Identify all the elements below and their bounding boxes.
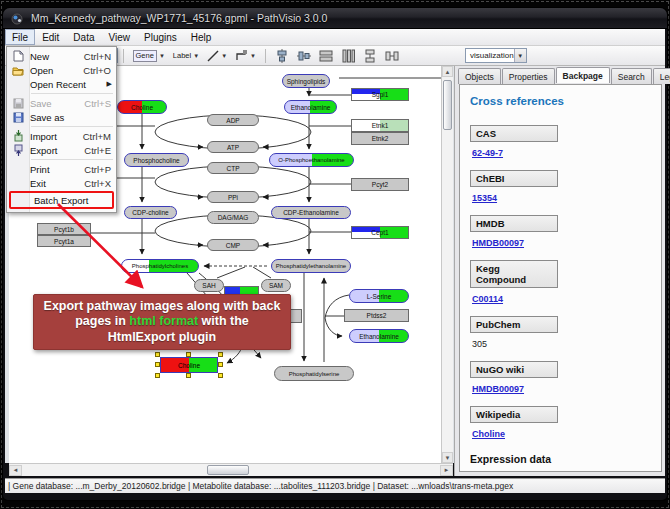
node-adp[interactable]: ADP <box>207 114 259 126</box>
selection-handle[interactable] <box>155 352 160 357</box>
node-ctp[interactable]: CTP <box>207 162 259 174</box>
canvas-vertical-scrollbar[interactable]: ▲ ▼ <box>441 66 453 463</box>
node-ethanolamine-2[interactable]: Ethanolamine <box>349 329 409 343</box>
xref-link[interactable]: Choline <box>472 429 505 439</box>
node-l-serine[interactable]: L-Serine <box>349 289 409 303</box>
menu-item-print[interactable]: Print Ctrl+P <box>7 162 116 176</box>
menu-item-exit[interactable]: Exit Ctrl+X <box>7 176 116 190</box>
node-phosphocholine[interactable]: Phosphocholine <box>124 153 189 167</box>
tab-properties[interactable]: Properties <box>502 68 555 84</box>
connector-tool[interactable]: ▼ <box>232 48 259 64</box>
selection-handle[interactable] <box>218 352 223 357</box>
tab-objects[interactable]: Objects <box>458 68 501 84</box>
chevron-down-icon[interactable]: ▼ <box>514 49 526 62</box>
side-panel-tabs: Objects Properties Backpage Search Legen… <box>458 68 670 84</box>
status-text: | Gene database: ...m_Derby_20120602.bri… <box>8 481 513 491</box>
node-cdp-ethanolamine[interactable]: CDP-Ethanolamine <box>271 206 351 219</box>
selection-handle[interactable] <box>155 362 160 367</box>
menu-item-save[interactable]: Save Ctrl+S <box>7 96 116 110</box>
menu-item-save-as[interactable]: Save as <box>7 110 116 124</box>
menu-item-export[interactable]: Export Ctrl+E <box>7 143 116 157</box>
menu-file[interactable]: File <box>5 29 35 45</box>
align-center-x-button[interactable] <box>272 48 292 64</box>
tab-backpage[interactable]: Backpage <box>556 67 610 83</box>
align-center-y-button[interactable] <box>294 48 314 64</box>
title-bar[interactable]: Mm_Kennedy_pathway_WP1771_45176.gpml - P… <box>3 8 667 29</box>
node-choline[interactable]: Choline <box>117 100 167 114</box>
scroll-up-icon[interactable]: ▲ <box>442 66 453 77</box>
node-cmp[interactable]: CMP <box>207 239 259 251</box>
node-choline-selected[interactable]: Choline <box>157 354 221 376</box>
screenshot: Mm_Kennedy_pathway_WP1771_45176.gpml - P… <box>0 0 670 509</box>
selection-handle[interactable] <box>218 362 223 367</box>
node-sam[interactable]: SAM <box>261 279 291 292</box>
node-phosphatidylethanolamine[interactable]: Phosphatidylethanolamine <box>271 259 351 273</box>
node-cept1[interactable]: Cept1 <box>351 226 409 239</box>
stack-horizontal-button[interactable] <box>382 48 402 64</box>
node-phosphatidylserine[interactable]: Phosphatidylserine <box>274 366 354 381</box>
node-pcyt1b[interactable]: Pcyt1b <box>37 223 91 235</box>
selection-handle[interactable] <box>155 373 160 378</box>
node-sphingolipids[interactable]: Sphingolipids <box>282 74 330 88</box>
common-height-button[interactable] <box>338 48 358 64</box>
side-panel: Objects Properties Backpage Search Legen… <box>454 66 665 476</box>
node-etnk1[interactable]: Etnk1 <box>351 119 409 132</box>
node-atp[interactable]: ATP <box>207 141 259 153</box>
visualization-select[interactable]: visualization ▼ <box>465 48 527 63</box>
gene-node-tool[interactable]: Gene▼ <box>130 48 168 64</box>
menu-item-open[interactable]: Open Ctrl+O <box>7 63 116 77</box>
xref-link[interactable]: HMDB00097 <box>472 238 524 248</box>
node-sgpl1[interactable]: Sgpl1 <box>351 88 409 101</box>
xref-section-pubchem: PubChem 305 <box>470 316 651 361</box>
node-pcyt2[interactable]: Pcyt2 <box>351 178 409 191</box>
vertical-scroll-thumb[interactable] <box>443 80 452 130</box>
menu-item-open-recent[interactable]: Open Recent ▶ <box>7 77 116 91</box>
chevron-down-icon: ▼ <box>221 53 227 59</box>
scroll-left-icon[interactable]: ◄ <box>9 465 22 476</box>
selection-handle[interactable] <box>186 373 191 378</box>
node-cdp-choline[interactable]: CDP-choline <box>124 206 177 219</box>
menu-help[interactable]: Help <box>184 29 219 45</box>
selection-handle[interactable] <box>218 373 223 378</box>
scroll-right-icon[interactable]: ► <box>440 465 453 476</box>
menu-item-batch-export[interactable]: Batch Export <box>11 193 112 207</box>
node-ptdss2[interactable]: Ptdss2 <box>344 309 409 322</box>
node-sah[interactable]: SAH <box>194 279 224 292</box>
node-ppi[interactable]: PPi <box>207 191 259 203</box>
menu-item-new[interactable]: New Ctrl+N <box>7 49 116 63</box>
node-pcyt1a[interactable]: Pcyt1a <box>37 235 91 247</box>
menu-edit[interactable]: Edit <box>35 29 66 45</box>
stack-vertical-button[interactable] <box>360 48 380 64</box>
xref-database-name: NuGO wiki <box>470 361 558 378</box>
xref-database-name: HMDB <box>470 215 558 232</box>
node-etnk2[interactable]: Etnk2 <box>351 132 409 145</box>
horizontal-scroll-thumb[interactable] <box>207 465 249 475</box>
node-o-phosphoethanolamine[interactable]: O-Phosphoethanolamine <box>269 153 354 167</box>
export-icon <box>10 144 26 156</box>
menu-item-import[interactable]: Import Ctrl+M <box>7 129 116 143</box>
selection-handle[interactable] <box>186 352 191 357</box>
xref-link[interactable]: 62-49-7 <box>472 148 503 158</box>
node-phosphatidylcholines[interactable]: Phosphatidylcholines <box>121 259 199 273</box>
common-width-button[interactable] <box>316 48 336 64</box>
tab-search[interactable]: Search <box>611 68 652 84</box>
save-icon <box>10 98 26 109</box>
xref-value: 305 <box>472 339 487 349</box>
node-ethanolamine[interactable]: Ethanolamine <box>284 100 337 114</box>
canvas-horizontal-scrollbar[interactable]: ◄ ► <box>9 463 453 476</box>
menu-data[interactable]: Data <box>66 29 101 45</box>
tab-legend[interactable]: Legend <box>653 68 670 84</box>
xref-link[interactable]: HMDB00097 <box>472 384 524 394</box>
label-tool[interactable]: Label▼ <box>170 48 202 64</box>
line-tool[interactable]: ▼ <box>204 48 230 64</box>
file-menu-dropdown: New Ctrl+N Open Ctrl+O Open Recent ▶ Sav… <box>6 46 117 213</box>
menu-plugins[interactable]: Plugins <box>137 29 184 45</box>
xref-link[interactable]: C00114 <box>472 294 503 304</box>
node-dag-mag[interactable]: DAG/MAG <box>207 211 259 224</box>
app-icon <box>11 12 24 25</box>
backpage-panel[interactable]: Cross references CAS 62-49-7 ChEBI 15354… <box>459 84 662 472</box>
xref-link[interactable]: 15354 <box>472 193 497 203</box>
menu-view[interactable]: View <box>101 29 137 45</box>
scroll-down-icon[interactable]: ▼ <box>442 452 453 463</box>
cross-references-heading: Cross references <box>470 95 651 107</box>
